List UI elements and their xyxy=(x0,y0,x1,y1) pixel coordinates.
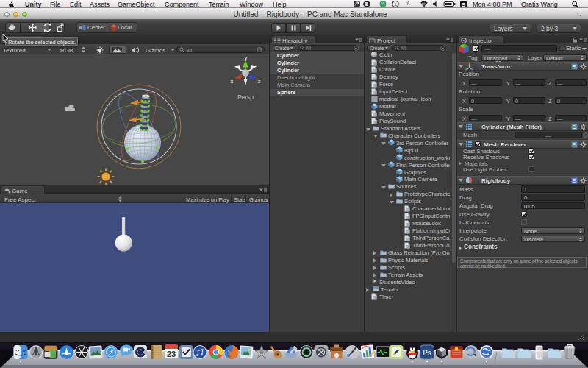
svg-text:Persp: Persp xyxy=(237,93,254,101)
svg-text:y: y xyxy=(245,55,248,61)
svg-text:1: 1 xyxy=(394,2,397,7)
svg-text:S: S xyxy=(462,1,466,8)
svg-text:z: z xyxy=(258,79,261,84)
svg-text:x: x xyxy=(231,79,234,84)
svg-text:Ps: Ps xyxy=(423,349,432,357)
svg-text:23: 23 xyxy=(167,350,176,358)
